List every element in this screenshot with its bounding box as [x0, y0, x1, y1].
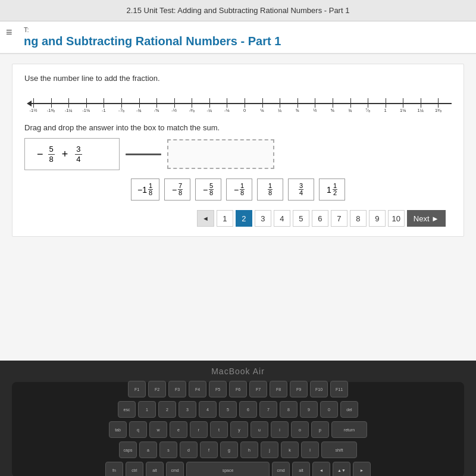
keyboard-key[interactable]: 9 — [300, 401, 318, 418]
connector-line — [126, 154, 161, 155]
answer-chip[interactable]: −18 — [226, 178, 252, 201]
keyboard-key[interactable]: 7 — [259, 401, 277, 418]
keyboard-key[interactable]: cmd — [272, 462, 290, 476]
keyboard-key[interactable]: 8 — [280, 401, 298, 418]
keyboard-key[interactable]: cmd — [166, 462, 184, 476]
keyboard-key[interactable]: 0 — [320, 401, 338, 418]
keyboard-key[interactable]: i — [271, 421, 289, 438]
keyboard-key[interactable]: k — [281, 441, 299, 458]
keyboard-key[interactable]: d — [180, 441, 198, 458]
number-line — [30, 103, 452, 104]
number-line-label: -1 — [102, 108, 106, 113]
keyboard-key[interactable]: o — [291, 421, 309, 438]
keyboard-key[interactable]: ► — [353, 462, 371, 476]
keyboard-key[interactable]: ▲▼ — [333, 462, 350, 476]
keyboard-key[interactable]: alt — [292, 462, 310, 476]
number-line-label: -1⅛ — [82, 108, 90, 113]
keyboard-key[interactable]: 1 — [138, 401, 156, 418]
pagination-prev[interactable]: ◄ — [197, 210, 214, 227]
keyboard-key[interactable]: fn — [105, 462, 123, 476]
keyboard-key[interactable]: p — [311, 421, 329, 438]
answer-chip[interactable]: 34 — [288, 178, 314, 201]
pagination-page-7[interactable]: 7 — [331, 210, 347, 227]
keyboard-key[interactable]: F3 — [168, 381, 186, 397]
keyboard-key[interactable]: f — [200, 441, 218, 458]
keyboard-key[interactable]: F11 — [330, 381, 348, 397]
keyboard-key[interactable]: 3 — [178, 401, 196, 418]
number-line-label: -⅝ — [154, 108, 159, 113]
number-line-label: 1³⁄₈ — [435, 108, 441, 113]
keyboard-key[interactable]: w — [149, 421, 167, 438]
question-container: Use the number line to add the fraction.… — [12, 64, 464, 237]
keyboard-key[interactable]: F5 — [209, 381, 227, 397]
keyboard-key[interactable]: t — [210, 421, 228, 438]
number-line-label: -1³⁄₈ — [47, 108, 55, 113]
keyboard-key[interactable]: ◄ — [312, 462, 330, 476]
pagination-page-3[interactable]: 3 — [255, 210, 271, 227]
keyboard-key[interactable]: return — [331, 421, 367, 438]
number-line-label: -³⁄₈ — [189, 108, 195, 113]
keyboard-key[interactable]: 2 — [158, 401, 176, 418]
keyboard-key[interactable]: alt — [146, 462, 164, 476]
keyboard-key[interactable]: 4 — [199, 401, 217, 418]
answer-chip[interactable]: −58 — [195, 178, 221, 201]
keyboard-key[interactable]: F4 — [189, 381, 206, 397]
keyboard-key[interactable]: space — [186, 462, 270, 476]
number-line-wrapper: -1½-1³⁄₈-1¼-1⅛-1-⁷⁄₈-¾-⅝-½-³⁄₈-¼-⅛0⅛¼⅜½⅝… — [24, 91, 452, 115]
pagination-page-5[interactable]: 5 — [293, 210, 309, 227]
answer-chip[interactable]: −78 — [164, 178, 190, 201]
expression-box: − 5 8 + 3 4 — [24, 138, 120, 170]
number-line-label: -¾ — [136, 108, 142, 113]
keyboard-key[interactable]: caps — [119, 441, 137, 458]
keyboard-key[interactable]: del — [340, 401, 358, 418]
pagination-page-8[interactable]: 8 — [350, 210, 367, 227]
keyboard-key[interactable]: r — [190, 421, 208, 438]
number-line-label: -¼ — [206, 108, 212, 113]
drop-target[interactable] — [167, 139, 274, 169]
pagination-page-6[interactable]: 6 — [312, 210, 328, 227]
answer-choices: −118−78−58−181834112 — [24, 178, 452, 201]
keyboard-key[interactable]: 5 — [219, 401, 237, 418]
hamburger-icon[interactable]: ≡ — [0, 21, 18, 43]
pagination-page-9[interactable]: 9 — [369, 210, 386, 227]
keyboard-key[interactable]: F7 — [249, 381, 267, 397]
keyboard-key[interactable]: g — [220, 441, 238, 458]
keyboard-key[interactable]: q — [129, 421, 147, 438]
keyboard-key[interactable]: y — [230, 421, 248, 438]
laptop-body: MacBook Air F1F2F3F4F5F6F7F8F9F10F11esc1… — [0, 361, 476, 476]
answer-chip[interactable]: 112 — [319, 178, 345, 201]
keyboard-key[interactable]: u — [250, 421, 268, 438]
pagination-next[interactable]: Next ► — [407, 210, 446, 227]
keyboard-key[interactable]: e — [170, 421, 187, 438]
keyboard-key[interactable]: esc — [118, 401, 136, 418]
keyboard-key[interactable]: F10 — [310, 381, 328, 397]
pagination-page-2[interactable]: 2 — [236, 210, 252, 227]
keyboard-key[interactable]: F8 — [270, 381, 287, 397]
keyboard-key[interactable]: F6 — [229, 381, 247, 397]
number-line-label: ¼ — [278, 108, 281, 113]
number-line-label: -½ — [171, 108, 177, 113]
keyboard-key[interactable]: ctrl — [126, 462, 143, 476]
keyboard-key[interactable]: a — [139, 441, 157, 458]
number-line-tick — [121, 98, 122, 108]
keyboard-key[interactable]: l — [301, 441, 319, 458]
keyboard-key[interactable]: shift — [321, 441, 357, 458]
keyboard-key[interactable]: h — [240, 441, 258, 458]
number-line-label: ⅛ — [260, 108, 264, 113]
keyboard-key[interactable]: s — [159, 441, 177, 458]
keyboard-key[interactable]: tab — [109, 421, 127, 438]
pagination-page-1[interactable]: 1 — [217, 210, 233, 227]
keyboard-key[interactable]: F1 — [128, 381, 146, 397]
answer-chip[interactable]: 18 — [257, 178, 283, 201]
pagination-page-10[interactable]: 10 — [388, 210, 405, 227]
number-line-label: ¾ — [348, 108, 352, 113]
number-line-tick — [227, 98, 227, 108]
keyboard-key[interactable]: j — [261, 441, 278, 458]
pagination-page-4[interactable]: 4 — [274, 210, 290, 227]
number-line-label: ⅝ — [331, 108, 334, 113]
keyboard-key[interactable]: F2 — [148, 381, 166, 397]
keyboard-key[interactable]: F9 — [290, 381, 308, 397]
answer-chip[interactable]: −118 — [131, 178, 159, 201]
keyboard-key[interactable]: 6 — [239, 401, 257, 418]
number-line-label: ⁷⁄₈ — [365, 108, 369, 113]
